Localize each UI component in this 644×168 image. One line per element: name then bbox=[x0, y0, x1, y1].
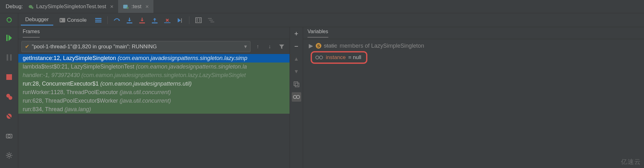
frames-panel: Frames ✔ "pool-1-thread-1"@1,820 in grou… bbox=[18, 27, 290, 168]
drop-frame-button[interactable] bbox=[162, 15, 173, 26]
separator bbox=[107, 16, 108, 24]
frame-package: (com.eamon.javadesignpatterns.singleton.… bbox=[136, 63, 247, 70]
move-up-button[interactable]: ▲ bbox=[292, 54, 301, 64]
frame-method: lambda$test$0:21, LazySimpleSingletonTes… bbox=[23, 63, 134, 70]
trace-button[interactable] bbox=[206, 15, 216, 26]
move-down-button[interactable]: ▼ bbox=[292, 67, 301, 76]
static-members-row[interactable]: ▶ S static members of LazySimpleSingleto… bbox=[307, 41, 640, 51]
run-config-tab-2[interactable]: :test ✕ bbox=[118, 0, 153, 13]
left-gutter-top bbox=[0, 13, 18, 27]
close-icon[interactable]: ✕ bbox=[145, 4, 149, 9]
evaluate-button[interactable] bbox=[193, 15, 204, 26]
svg-rect-21 bbox=[7, 54, 8, 61]
svg-point-33 bbox=[296, 95, 300, 99]
static-badge-icon: S bbox=[316, 43, 321, 49]
frame-row[interactable]: run:628, ThreadPoolExecutor$Worker (java… bbox=[18, 97, 290, 105]
svg-rect-18 bbox=[209, 20, 213, 21]
variable-value: = null bbox=[348, 54, 361, 61]
threads-icon[interactable] bbox=[93, 15, 104, 26]
get-thread-dump-button[interactable] bbox=[3, 130, 15, 141]
svg-rect-9 bbox=[139, 22, 145, 23]
variables-tab[interactable]: Variables bbox=[308, 29, 328, 38]
prev-frame-button[interactable]: ↑ bbox=[253, 42, 262, 51]
svg-rect-11 bbox=[164, 22, 170, 23]
watermark: 亿速云 bbox=[621, 158, 641, 166]
debugger-tab[interactable]: Debugger bbox=[21, 15, 53, 26]
close-icon[interactable]: ✕ bbox=[110, 4, 114, 9]
main-area: Frames ✔ "pool-1-thread-1"@1,820 in grou… bbox=[0, 27, 644, 168]
rerun-button[interactable] bbox=[3, 15, 15, 24]
mute-breakpoints-button[interactable] bbox=[3, 111, 15, 122]
svg-rect-20 bbox=[6, 35, 8, 41]
thread-selector-row: ✔ "pool-1-thread-1"@1,820 in group "main… bbox=[18, 39, 290, 54]
svg-point-35 bbox=[319, 56, 323, 59]
debug-label: Debug: bbox=[6, 3, 23, 10]
new-watch-button[interactable]: + bbox=[292, 29, 301, 39]
variable-name[interactable]: instance bbox=[326, 54, 346, 61]
frame-row[interactable]: lambda$test$0:21, LazySimpleSingletonTes… bbox=[18, 63, 290, 71]
remove-watch-button[interactable]: − bbox=[292, 42, 301, 51]
svg-rect-7 bbox=[95, 21, 101, 22]
svg-rect-8 bbox=[127, 22, 132, 23]
svg-rect-19 bbox=[210, 21, 214, 22]
toolbar-content: Debugger Console bbox=[18, 13, 644, 27]
frame-package: (java.util.concurrent) bbox=[120, 89, 171, 95]
variables-content: ▶ S static members of LazySimpleSingleto… bbox=[303, 39, 644, 66]
stop-button[interactable] bbox=[3, 71, 15, 83]
svg-point-25 bbox=[9, 96, 12, 100]
svg-rect-5 bbox=[95, 18, 101, 19]
svg-rect-6 bbox=[95, 20, 101, 21]
resume-button[interactable] bbox=[3, 32, 15, 44]
frame-method: run:28, ConcurrentExecutor$1 bbox=[23, 81, 99, 87]
svg-rect-14 bbox=[199, 19, 200, 20]
step-into-button[interactable] bbox=[124, 15, 135, 26]
bug-icon bbox=[27, 4, 34, 9]
console-tab[interactable]: Console bbox=[55, 15, 91, 25]
variables-toolbar: + − ▲ ▼ bbox=[290, 27, 303, 168]
frame-package: (java.util.concurrent) bbox=[120, 98, 171, 104]
step-over-button[interactable] bbox=[112, 15, 122, 26]
run-config-label: :test bbox=[131, 3, 141, 10]
left-icon-column bbox=[0, 27, 18, 168]
separator bbox=[189, 16, 189, 24]
debug-toolbar: Debugger Console bbox=[0, 13, 644, 27]
static-label: static bbox=[324, 43, 337, 49]
thread-dropdown[interactable]: ✔ "pool-1-thread-1"@1,820 in group "main… bbox=[21, 41, 250, 52]
filter-button[interactable] bbox=[277, 42, 286, 51]
svg-rect-22 bbox=[10, 54, 12, 61]
run-config-tab-1[interactable]: LazySimpleSingletonTest.test ✕ bbox=[23, 0, 118, 13]
frame-row[interactable]: run:28, ConcurrentExecutor$1 (com.eamon.… bbox=[18, 80, 290, 88]
chevron-down-icon: ▾ bbox=[244, 43, 247, 50]
svg-rect-30 bbox=[294, 82, 298, 86]
svg-rect-13 bbox=[197, 19, 198, 20]
svg-point-3 bbox=[127, 7, 129, 9]
svg-rect-12 bbox=[196, 18, 201, 23]
frame-row[interactable]: handler:-1, 973972430 (com.eamon.javades… bbox=[18, 71, 290, 80]
duplicate-watch-button[interactable] bbox=[292, 80, 301, 89]
pause-button[interactable] bbox=[3, 52, 15, 63]
thread-label: "pool-1-thread-1"@1,820 in group "main":… bbox=[32, 44, 242, 50]
frame-row[interactable]: runWorker:1128, ThreadPoolExecutor (java… bbox=[18, 88, 290, 97]
expand-icon[interactable]: ▶ bbox=[309, 42, 313, 49]
frame-package: (com.eamon.javadesignpatterns.util) bbox=[100, 81, 192, 87]
svg-rect-31 bbox=[295, 83, 299, 87]
frame-package: (com.eamon.javadesignpatterns.singleton.… bbox=[81, 72, 246, 78]
frames-list: getInstance:12, LazySimpleSingleton (com… bbox=[18, 54, 290, 168]
settings-button[interactable] bbox=[3, 150, 15, 161]
svg-point-29 bbox=[8, 154, 10, 157]
frame-method: runWorker:1128, ThreadPoolExecutor bbox=[23, 89, 118, 95]
svg-rect-23 bbox=[6, 74, 12, 80]
run-to-cursor-button[interactable] bbox=[175, 15, 185, 26]
frames-tab[interactable]: Frames bbox=[23, 29, 40, 38]
frame-row[interactable]: run:834, Thread (java.lang) bbox=[18, 105, 290, 114]
svg-rect-4 bbox=[60, 18, 65, 22]
show-watches-button[interactable] bbox=[292, 92, 301, 102]
next-frame-button[interactable]: ↓ bbox=[265, 42, 274, 51]
console-tab-label: Console bbox=[67, 17, 87, 23]
gradle-icon bbox=[123, 4, 129, 9]
step-out-button[interactable] bbox=[149, 15, 160, 26]
glasses-icon bbox=[315, 55, 323, 60]
force-step-into-button[interactable] bbox=[137, 15, 147, 26]
view-breakpoints-button[interactable] bbox=[3, 91, 15, 102]
frame-row[interactable]: getInstance:12, LazySimpleSingleton (com… bbox=[18, 54, 290, 63]
